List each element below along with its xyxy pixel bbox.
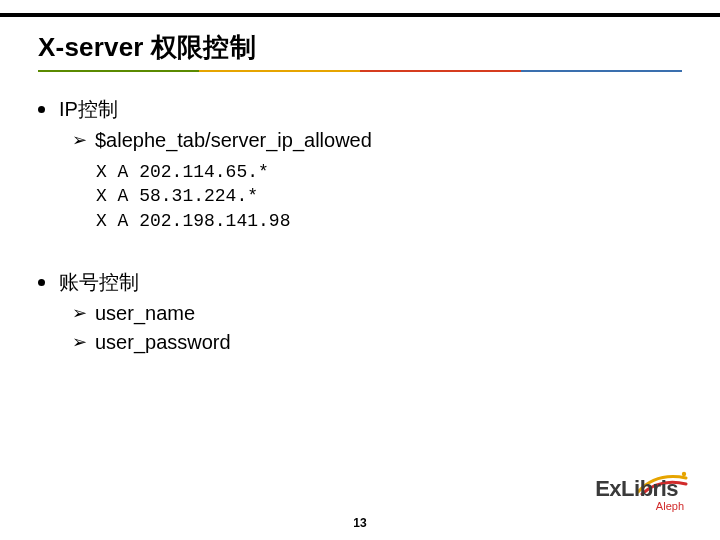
slide: X-server 权限控制 IP控制 ➢ $alephe_tab/server_…	[0, 0, 720, 540]
chevron-right-icon: ➢	[72, 301, 87, 325]
bullet-label: 账号控制	[59, 269, 139, 296]
slide-body: IP控制 ➢ $alephe_tab/server_ip_allowed X A…	[38, 96, 672, 358]
title-underline	[38, 70, 682, 72]
exlibris-logo: ExLibris Aleph	[595, 476, 686, 512]
slide-title: X-server 权限控制	[38, 30, 256, 65]
logo-brand-text: ExLibris	[595, 476, 686, 502]
sub-bullet-server-ip-allowed: ➢ $alephe_tab/server_ip_allowed	[72, 127, 672, 154]
bullet-dot-icon	[38, 106, 45, 113]
sub-bullet-label: user_name	[95, 300, 195, 327]
sub-bullet-user-name: ➢ user_name	[72, 300, 672, 327]
bullet-ip-control: IP控制	[38, 96, 672, 123]
ip-code-block: X A 202.114.65.* X A 58.31.224.* X A 202…	[96, 160, 672, 233]
bullet-label: IP控制	[59, 96, 118, 123]
vertical-gap	[38, 241, 672, 269]
page-number: 13	[0, 516, 720, 530]
chevron-right-icon: ➢	[72, 128, 87, 152]
sub-bullet-user-password: ➢ user_password	[72, 329, 672, 356]
bullet-dot-icon	[38, 279, 45, 286]
top-accent-bar	[0, 13, 720, 17]
bullet-account-control: 账号控制	[38, 269, 672, 296]
sub-bullet-label: user_password	[95, 329, 231, 356]
sub-bullet-label: $alephe_tab/server_ip_allowed	[95, 127, 372, 154]
chevron-right-icon: ➢	[72, 330, 87, 354]
